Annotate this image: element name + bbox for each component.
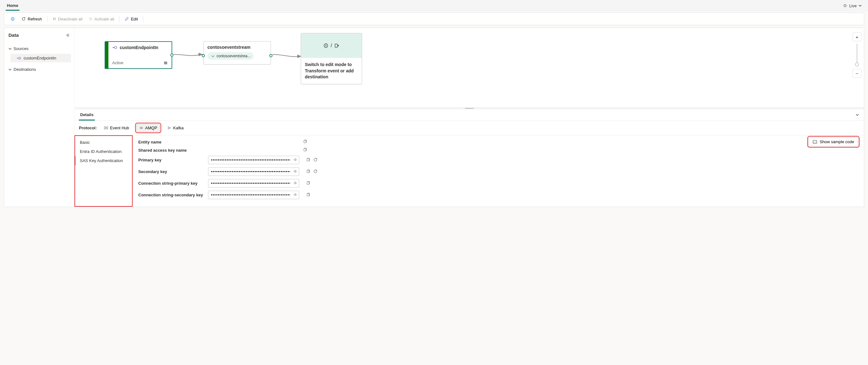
auth-tab-sas[interactable]: SAS Key Authentication <box>74 156 132 165</box>
copy-icon[interactable] <box>306 181 310 186</box>
endpoint-icon <box>17 56 21 60</box>
gear-icon <box>10 17 15 21</box>
sidebar-section-destinations[interactable]: Destinations <box>7 65 71 73</box>
transform-icon <box>323 43 329 49</box>
copy-icon[interactable] <box>306 193 310 198</box>
details-panel: Details Protocol: Event Hub AMQP K <box>74 109 864 207</box>
code-icon <box>813 140 817 144</box>
canvas-wrap: customEndpointIn Active <box>74 28 864 207</box>
chevron-down-icon <box>8 47 12 50</box>
destination-icon <box>334 43 340 49</box>
node-destination-placeholder[interactable]: / Switch to edit mode to Transform event… <box>301 33 362 84</box>
svg-rect-23 <box>307 193 309 196</box>
input-primary-key[interactable] <box>208 156 299 164</box>
input-secondary-key[interactable] <box>208 167 299 176</box>
label-entity-name: Entity name <box>138 140 204 144</box>
main-panel: Data Sources customEndpointIn Destinatio… <box>4 28 864 207</box>
refresh-button[interactable]: Refresh <box>18 15 45 23</box>
copy-icon[interactable] <box>303 139 307 144</box>
live-label: Live <box>849 3 857 8</box>
zoom-in-button[interactable]: + <box>852 32 861 41</box>
menu-icon[interactable] <box>163 61 168 65</box>
svg-rect-19 <box>307 170 309 172</box>
svg-rect-21 <box>307 181 309 184</box>
eye-icon <box>843 3 847 8</box>
auth-tab-basic[interactable]: Basic <box>74 138 132 147</box>
svg-rect-5 <box>335 44 338 47</box>
show-sample-code-button[interactable]: Show sample code <box>809 137 858 146</box>
svg-point-9 <box>141 127 143 129</box>
protocol-row: Protocol: Event Hub AMQP Kafka <box>74 121 864 135</box>
regenerate-icon[interactable] <box>313 158 317 163</box>
label-shared-key-name: Shared access key name <box>138 148 204 152</box>
node-eventstream[interactable]: contosoeventstream contosoeventstrea... <box>203 41 271 64</box>
stream-chip[interactable]: contosoeventstrea... <box>208 52 254 60</box>
resize-handle[interactable] <box>74 107 864 109</box>
amqp-icon <box>139 126 143 130</box>
protocol-amqp[interactable]: AMQP <box>136 124 160 132</box>
zoom-out-button[interactable]: − <box>852 69 861 78</box>
svg-rect-15 <box>304 148 306 151</box>
kv-area: Show sample code Entity name Shared acce… <box>133 135 864 207</box>
stream-icon <box>211 54 215 58</box>
details-tab[interactable]: Details <box>79 109 95 120</box>
protocol-eventhub[interactable]: Event Hub <box>101 124 132 132</box>
connector <box>172 51 204 60</box>
svg-point-3 <box>115 47 117 49</box>
sidebar-section-sources[interactable]: Sources <box>7 45 71 53</box>
svg-point-2 <box>19 57 21 59</box>
deactivate-all-button[interactable]: Deactivate all <box>49 15 86 23</box>
live-toggle[interactable]: Live <box>840 2 864 9</box>
auth-tab-entra[interactable]: Entra ID Authentication <box>74 147 132 156</box>
pause-icon <box>53 17 56 21</box>
svg-rect-17 <box>307 158 309 161</box>
svg-point-22 <box>295 194 296 195</box>
svg-point-16 <box>295 159 296 160</box>
svg-rect-7 <box>106 127 108 129</box>
copy-icon[interactable] <box>306 158 310 163</box>
reveal-icon[interactable] <box>293 169 297 174</box>
svg-rect-1 <box>55 18 56 20</box>
chevron-down-icon <box>859 4 862 7</box>
reveal-icon[interactable] <box>293 158 297 163</box>
node-status-bar <box>105 42 108 68</box>
output-port[interactable] <box>170 54 174 57</box>
activate-all-button[interactable]: Activate all <box>86 15 118 23</box>
label-conn-primary: Connection string-primary key <box>138 181 204 186</box>
canvas[interactable]: customEndpointIn Active <box>74 28 864 107</box>
input-conn-primary[interactable] <box>208 179 299 188</box>
protocol-kafka[interactable]: Kafka <box>164 124 186 132</box>
regenerate-icon[interactable] <box>313 169 317 174</box>
edit-icon <box>124 17 129 21</box>
tab-home[interactable]: Home <box>6 1 20 11</box>
node-status-text: Active <box>112 60 123 65</box>
settings-button[interactable] <box>7 15 18 23</box>
separator <box>47 16 48 22</box>
label-secondary-key: Secondary key <box>138 169 204 174</box>
svg-point-20 <box>295 182 296 183</box>
copy-icon[interactable] <box>303 147 307 152</box>
sidebar-item-customendpoint[interactable]: customEndpointIn <box>10 54 71 62</box>
endpoint-icon <box>112 45 117 50</box>
zoom-slider[interactable] <box>857 44 857 66</box>
protocol-label: Protocol: <box>79 125 97 130</box>
separator <box>119 16 119 22</box>
svg-rect-0 <box>53 18 54 20</box>
toolbar: Refresh Deactivate all Activate all Edit <box>4 12 864 25</box>
input-conn-secondary[interactable] <box>208 191 299 199</box>
input-port[interactable] <box>202 54 205 57</box>
svg-point-18 <box>295 171 296 171</box>
play-icon <box>89 17 93 21</box>
reveal-icon[interactable] <box>293 193 297 198</box>
chevron-down-icon[interactable] <box>855 113 860 117</box>
copy-icon[interactable] <box>306 169 310 174</box>
reveal-icon[interactable] <box>293 181 297 186</box>
svg-rect-13 <box>813 140 817 143</box>
svg-rect-14 <box>304 140 306 143</box>
eventhub-icon <box>104 126 108 130</box>
kafka-icon <box>167 126 171 130</box>
collapse-icon[interactable] <box>65 33 70 37</box>
edit-button[interactable]: Edit <box>121 15 141 23</box>
node-source[interactable]: customEndpointIn Active <box>105 41 172 69</box>
output-port[interactable] <box>269 54 273 57</box>
